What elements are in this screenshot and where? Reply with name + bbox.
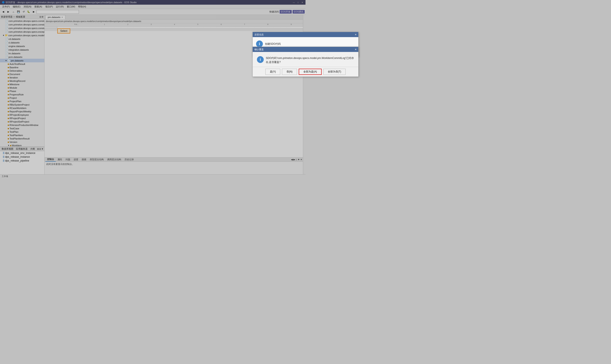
- btn-yes-all[interactable]: 全部为是(A): [299, 69, 306, 75]
- confirm-info-icon: i: [257, 56, 264, 63]
- progress-task-label: 创建SDO代码: [265, 42, 281, 46]
- dialog-overlay: [0, 0, 306, 182]
- btn-no[interactable]: 否(N): [282, 69, 297, 75]
- confirm-dialog-title: 确认覆盖: [254, 48, 264, 51]
- dialog-icon-row: i 创建SDO代码: [256, 40, 306, 47]
- progress-dialog-title-bar: 进度信息 ✕: [253, 32, 306, 37]
- info-icon: i: [256, 40, 263, 47]
- btn-yes[interactable]: 是(Y): [266, 69, 280, 75]
- confirm-body: i SDO代码"com.primeton.devops.specs.model.…: [253, 52, 306, 67]
- confirm-dialog: 确认覆盖 ✕ i SDO代码"com.primeton.devops.specs…: [252, 47, 306, 77]
- progress-dialog-title: 进度信息: [254, 33, 264, 36]
- confirm-buttons: 是(Y) 否(N) 全部为是(A) 全部为否(T): [253, 67, 306, 77]
- confirm-dialog-title-bar: 确认覆盖 ✕: [253, 47, 306, 52]
- confirm-message: SDO代码"com.primeton.devops.specs.model.pm…: [266, 56, 306, 64]
